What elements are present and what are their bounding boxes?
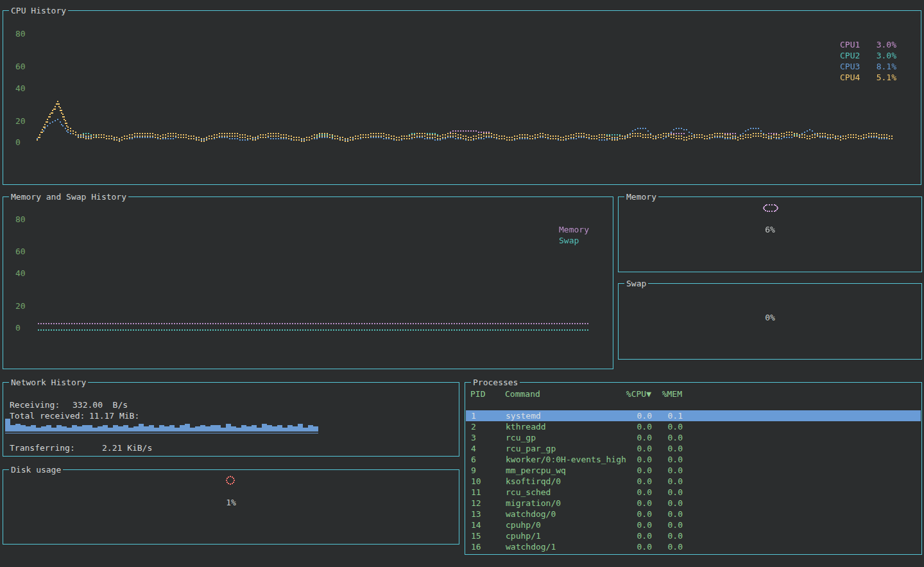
y-tick-label: 60 xyxy=(15,61,26,72)
disk-percent-value: 1% xyxy=(3,497,459,508)
cpu-legend-name: CPU3 xyxy=(840,61,868,72)
column-header-cpu-sorted[interactable]: %CPU▼ xyxy=(619,388,651,399)
process-mem: 0.0 xyxy=(660,432,683,443)
transferring-label: Transferring: xyxy=(10,442,75,453)
process-mem: 0.0 xyxy=(660,454,683,465)
process-pid: 12 xyxy=(471,498,481,509)
memory-gauge-panel: Memory 6% xyxy=(618,196,922,272)
cpu-legend-value: 3.0% xyxy=(868,50,896,61)
cpu-history-title: CPU History xyxy=(9,5,68,16)
process-row[interactable]: 16watchdog/10.00.0 xyxy=(466,541,921,552)
cpu-legend-item: CPU38.1% xyxy=(840,61,896,72)
process-row[interactable]: 6kworker/0:0H-events_high0.00.0 xyxy=(466,454,921,465)
processes-panel: Processes PID Command %CPU▼ %MEM 1system… xyxy=(465,382,922,555)
process-command: rcu_gp xyxy=(506,432,536,443)
process-pid: 6 xyxy=(471,454,476,465)
process-command: kworker/0:0H-events_high xyxy=(506,454,626,465)
process-command: migration/0 xyxy=(506,498,561,509)
cpu-legend-item: CPU13.0% xyxy=(840,39,896,50)
process-row[interactable]: 10ksoftirqd/00.00.0 xyxy=(466,476,921,487)
process-mem: 0.0 xyxy=(660,487,683,498)
process-pid: 11 xyxy=(471,487,481,498)
process-cpu: 0.0 xyxy=(620,443,652,454)
process-pid: 3 xyxy=(471,432,476,443)
process-command: ksoftirqd/0 xyxy=(506,476,561,487)
process-mem: 0.0 xyxy=(660,498,683,509)
memory-swap-history-chart xyxy=(3,197,613,369)
process-pid: 15 xyxy=(471,530,481,541)
process-mem: 0.0 xyxy=(660,530,683,541)
process-row[interactable]: 3rcu_gp0.00.0 xyxy=(466,432,921,443)
cpu-legend-name: CPU2 xyxy=(840,50,868,61)
process-row[interactable]: 11rcu_sched0.00.0 xyxy=(466,487,921,498)
cpu-legend-value: 5.1% xyxy=(868,72,896,83)
memory-swap-history-panel: Memory and Swap History 806040200 Memory… xyxy=(3,196,613,369)
process-cpu: 0.0 xyxy=(620,410,652,421)
process-mem: 0.0 xyxy=(660,465,683,476)
process-pid: 1 xyxy=(471,410,476,421)
process-command: cpuhp/1 xyxy=(506,530,541,541)
process-cpu: 0.0 xyxy=(620,487,652,498)
process-cpu: 0.0 xyxy=(620,530,652,541)
processes-title: Processes xyxy=(471,377,520,388)
process-cpu: 0.0 xyxy=(620,498,652,509)
column-header-pid[interactable]: PID xyxy=(470,388,485,399)
process-command: kthreadd xyxy=(506,421,546,432)
memory-percent-value: 6% xyxy=(619,224,921,235)
process-pid: 2 xyxy=(471,421,476,432)
process-command: systemd xyxy=(506,410,541,421)
process-row[interactable]: 2kthreadd0.00.0 xyxy=(466,421,921,432)
process-row[interactable]: 1systemd0.00.1 xyxy=(466,410,921,421)
process-row[interactable]: 14cpuhp/00.00.0 xyxy=(466,519,921,530)
disk-usage-title: Disk usage xyxy=(9,464,63,475)
process-cpu: 0.0 xyxy=(620,476,652,487)
cpu-legend-name: CPU4 xyxy=(840,72,868,83)
disk-donut-gauge xyxy=(225,475,237,487)
process-mem: 0.0 xyxy=(660,541,683,552)
swap-gauge-title: Swap xyxy=(624,278,648,289)
y-tick-label: 0 xyxy=(15,137,21,148)
cpu-legend-value: 3.0% xyxy=(868,39,896,50)
disk-usage-panel: Disk usage 1% xyxy=(3,469,459,545)
process-pid: 10 xyxy=(471,476,481,487)
process-cpu: 0.0 xyxy=(620,432,652,443)
process-pid: 13 xyxy=(471,509,481,519)
process-command: cpuhp/0 xyxy=(506,519,541,530)
cpu-history-chart xyxy=(37,20,896,156)
system-monitor-screen: CPU History 806040200 CPU13.0%CPU23.0%CP… xyxy=(0,0,924,567)
process-mem: 0.1 xyxy=(660,410,683,421)
memory-legend-item: Memory xyxy=(559,224,589,235)
swap-percent-value: 0% xyxy=(619,312,921,323)
process-cpu: 0.0 xyxy=(620,454,652,465)
swap-legend-item: Swap xyxy=(559,235,579,246)
memory-donut-gauge xyxy=(762,203,780,214)
process-command: mm_percpu_wq xyxy=(506,465,566,476)
process-command: watchdog/1 xyxy=(506,541,556,552)
process-row[interactable]: 13watchdog/00.00.0 xyxy=(466,509,921,519)
receiving-value: 332.00 B/s xyxy=(73,399,128,410)
process-row[interactable]: 4rcu_par_gp0.00.0 xyxy=(466,443,921,454)
process-cpu: 0.0 xyxy=(620,541,652,552)
network-receive-sparkline xyxy=(5,419,321,434)
process-row[interactable]: 15cpuhp/10.00.0 xyxy=(466,530,921,541)
cpu-legend-name: CPU1 xyxy=(840,39,868,50)
memory-gauge-title: Memory xyxy=(624,191,658,202)
process-pid: 14 xyxy=(471,519,481,530)
cpu-history-panel: CPU History 806040200 CPU13.0%CPU23.0%CP… xyxy=(3,10,921,185)
column-header-mem[interactable]: %MEM xyxy=(659,388,682,399)
column-header-command[interactable]: Command xyxy=(505,388,540,399)
process-mem: 0.0 xyxy=(660,519,683,530)
process-row[interactable]: 12migration/00.00.0 xyxy=(466,498,921,509)
transferring-value: 2.21 KiB/s xyxy=(102,442,152,453)
process-cpu: 0.0 xyxy=(620,465,652,476)
process-row[interactable]: 9mm_percpu_wq0.00.0 xyxy=(466,465,921,476)
process-command: rcu_sched xyxy=(506,487,551,498)
cpu-legend-value: 8.1% xyxy=(868,61,896,72)
process-cpu: 0.0 xyxy=(620,509,652,519)
network-history-panel: Network History Receiving: 332.00 B/s To… xyxy=(3,382,459,457)
cpu-legend-item: CPU23.0% xyxy=(840,50,896,61)
process-mem: 0.0 xyxy=(660,476,683,487)
process-cpu: 0.0 xyxy=(620,519,652,530)
process-pid: 4 xyxy=(471,443,476,454)
y-tick-label: 20 xyxy=(15,116,26,126)
